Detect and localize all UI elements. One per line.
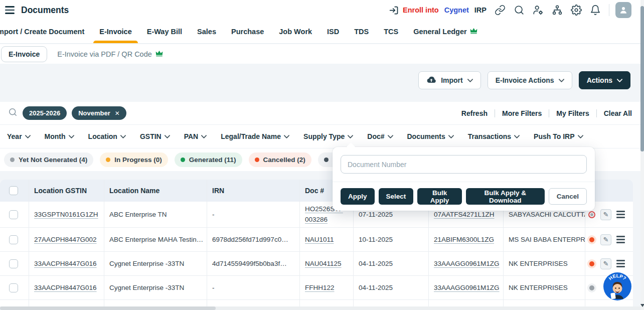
- cell-buyer-gstin[interactable]: 33AAAGG0961M1ZG: [429, 276, 504, 299]
- edit-icon[interactable]: ✎: [600, 258, 611, 269]
- more-filters-link[interactable]: More Filters: [495, 109, 549, 117]
- filter-chip-month[interactable]: November ✕: [72, 106, 126, 120]
- actions-button[interactable]: Actions: [579, 71, 630, 89]
- filter-push-to-irp[interactable]: Push To IRP: [534, 132, 583, 140]
- cell-buyer-gstin[interactable]: 21ABIFM6300L1ZG: [429, 228, 504, 251]
- status-badge-generated[interactable]: Generated (11): [175, 152, 242, 167]
- cell-doc-number[interactable]: FFHH122: [300, 276, 354, 299]
- select-button[interactable]: Select: [379, 188, 414, 205]
- filter-legal-trade-name[interactable]: Legal/Trade Name: [221, 132, 289, 140]
- settings-gear-icon[interactable]: [571, 5, 582, 16]
- cell-irn: -: [207, 276, 300, 299]
- cell-doc-date: 04-11-2025: [354, 252, 429, 275]
- filter-chip-year[interactable]: 2025-2026: [23, 106, 67, 120]
- notification-bell-icon[interactable]: [590, 5, 601, 16]
- cloud-upload-icon: [426, 75, 436, 85]
- e-invoice-actions-button[interactable]: E-Invoice Actions: [488, 71, 572, 89]
- tab-isd[interactable]: ISD: [327, 20, 339, 43]
- edit-icon[interactable]: ✎: [600, 234, 611, 245]
- filter-search-icon[interactable]: [8, 107, 18, 119]
- tab-sales[interactable]: Sales: [197, 20, 216, 43]
- filter-gstin[interactable]: GSTIN: [140, 132, 170, 140]
- search-icon[interactable]: [514, 5, 525, 16]
- user-avatar[interactable]: [615, 2, 631, 18]
- row-checkbox[interactable]: [9, 283, 18, 292]
- cell-buyer-gstin[interactable]: 33AAAGG0961M1ZG: [429, 252, 504, 275]
- tab-purchase[interactable]: Purchase: [231, 20, 264, 43]
- cell-doc-number[interactable]: NAU041125: [300, 252, 354, 275]
- filter-year[interactable]: Year: [7, 132, 31, 140]
- enroll-brand: Cygnet: [444, 6, 469, 14]
- filter-transactions[interactable]: Transactions: [468, 132, 520, 140]
- tab-tcs[interactable]: TCS: [384, 20, 398, 43]
- tab-tds[interactable]: TDS: [354, 20, 369, 43]
- app-header: Documents Enroll into Cygnet IRP: [0, 0, 644, 20]
- tab-job-work[interactable]: Job Work: [279, 20, 312, 43]
- filter-month[interactable]: Month: [45, 132, 74, 140]
- bulk-apply-button[interactable]: Bulk Apply: [417, 188, 462, 205]
- select-all-checkbox[interactable]: [9, 186, 18, 195]
- filter-pan[interactable]: PAN: [184, 132, 207, 140]
- tab-e-invoice[interactable]: E-Invoice: [99, 20, 131, 43]
- close-icon[interactable]: ✕: [115, 110, 120, 117]
- cell-location-gstin[interactable]: 33GSPTN0161G1ZH: [29, 202, 104, 227]
- header-actions: Enroll into Cygnet IRP: [389, 2, 631, 18]
- cell-location-name: Cygnet Enterprise -33TN: [104, 252, 207, 275]
- refresh-link[interactable]: Refresh: [454, 109, 495, 117]
- help-widget[interactable]: HELP?: [603, 272, 632, 301]
- clear-all-link[interactable]: Clear All: [596, 109, 632, 117]
- chevron-down-icon: [578, 135, 583, 138]
- filter-location[interactable]: Location: [88, 132, 126, 140]
- import-button[interactable]: Import: [418, 71, 481, 89]
- cell-irn: 6978dd256fd71d997c0…: [207, 228, 300, 251]
- table-row-partial: [0, 300, 633, 306]
- row-checkbox[interactable]: [9, 259, 18, 268]
- hamburger-menu-icon[interactable]: [5, 6, 15, 14]
- status-dot: [10, 158, 15, 162]
- row-menu-icon[interactable]: [616, 236, 625, 243]
- user-settings-icon[interactable]: [533, 5, 544, 16]
- status-badge-in-progress[interactable]: In Progress (0): [100, 152, 168, 167]
- cell-location-gstin[interactable]: 33AACPH8447G016: [29, 252, 104, 275]
- status-dot: [106, 158, 110, 162]
- filter-supply-type[interactable]: Supply Type: [303, 132, 353, 140]
- tab-general-ledger[interactable]: General Ledger: [413, 20, 477, 43]
- cell-location-gstin[interactable]: 27AACPH8447G002: [29, 228, 104, 251]
- status-badge-cancelled[interactable]: Cancelled (2): [249, 152, 311, 167]
- status-not-generated-icon: [589, 285, 594, 290]
- document-number-input[interactable]: [341, 155, 587, 174]
- tab-import-create-document[interactable]: Import / Create Document: [0, 20, 84, 43]
- vertical-scrollbar: [640, 0, 644, 310]
- row-checkbox[interactable]: [9, 235, 18, 244]
- tab-e-way-bill[interactable]: E-Way Bill: [147, 20, 182, 43]
- filter-doc-number[interactable]: Doc#: [367, 132, 393, 140]
- vertical-scrollbar-thumb[interactable]: [640, 6, 644, 151]
- scroll-down-arrow-icon[interactable]: [640, 304, 644, 307]
- edit-icon[interactable]: ✎: [600, 209, 611, 220]
- link-icon[interactable]: [495, 5, 506, 16]
- my-filters-link[interactable]: My Filters: [549, 109, 596, 117]
- horizontal-scrollbar-thumb[interactable]: [0, 306, 216, 310]
- row-menu-icon[interactable]: [616, 211, 625, 218]
- apply-button[interactable]: Apply: [341, 188, 375, 205]
- chevron-down-icon: [467, 79, 473, 82]
- table-row: 27AACPH8447G002 ABC Enterprise MAHA Test…: [0, 228, 633, 252]
- cell-doc-number[interactable]: NAU1011: [300, 228, 354, 251]
- bulk-apply-download-button[interactable]: Bulk Apply & Download: [466, 188, 545, 205]
- cell-irn: -: [207, 202, 300, 227]
- enroll-link[interactable]: Enroll into Cygnet IRP: [389, 5, 487, 16]
- row-checkbox[interactable]: [9, 210, 18, 219]
- table-row: 33AACPH8447G016 Cygnet Enterprise -33TN …: [0, 276, 633, 300]
- e-invoice-pdf-qr-link[interactable]: E-Invoice via PDF / QR Code: [57, 50, 163, 58]
- org-hierarchy-icon[interactable]: [552, 5, 563, 16]
- row-menu-icon[interactable]: [616, 260, 625, 267]
- documents-page: Documents Enroll into Cygnet IRP: [0, 0, 644, 310]
- filter-documents[interactable]: Documents: [407, 132, 454, 140]
- status-badge-yet-not-generated[interactable]: Yet Not Generated (4): [4, 152, 93, 167]
- e-invoice-pill[interactable]: E-Invoice: [1, 46, 47, 62]
- person-icon: [619, 6, 628, 15]
- column-location-gstin: Location GSTIN: [29, 180, 104, 202]
- cell-location-gstin[interactable]: 33AACPH8447G016: [29, 276, 104, 299]
- column-irn: IRN: [207, 180, 300, 202]
- cancel-button[interactable]: Cancel: [549, 188, 587, 205]
